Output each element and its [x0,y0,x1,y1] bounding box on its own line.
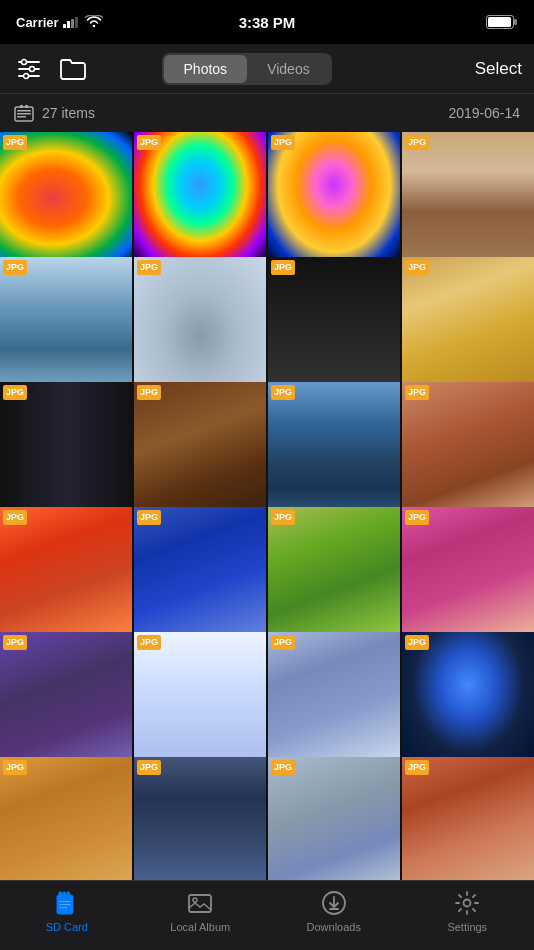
grid-cell[interactable]: JPG [268,757,400,880]
grid-cell[interactable]: JPG [402,132,534,264]
cell-image [402,132,534,264]
svg-rect-6 [514,19,517,25]
cell-image [0,382,132,514]
grid-cell[interactable]: JPG [134,132,266,264]
cell-image [402,632,534,764]
svg-point-27 [193,898,197,902]
grid-cell[interactable]: JPG [134,507,266,639]
tab-local-album-label: Local Album [170,921,230,933]
svg-rect-18 [25,105,28,108]
grid-cell[interactable]: JPG [268,507,400,639]
svg-rect-5 [488,17,511,27]
battery-icon [486,15,518,29]
cell-image [134,507,266,639]
tab-sd-card[interactable]: SD Card [0,889,134,933]
jpg-badge: JPG [405,385,429,400]
svg-rect-20 [59,892,62,897]
svg-point-11 [30,66,35,71]
grid-cell[interactable]: JPG [0,632,132,764]
svg-point-12 [24,73,29,78]
cell-image [134,757,266,880]
jpg-badge: JPG [137,760,161,775]
grid-cell[interactable]: JPG [134,257,266,389]
svg-rect-15 [17,113,31,115]
cell-image [268,757,400,880]
svg-rect-21 [63,892,66,897]
item-count: 27 items [42,105,95,121]
cell-image [402,507,534,639]
sd-card-icon [53,889,81,917]
svg-point-31 [464,900,471,907]
jpg-badge: JPG [271,760,295,775]
cell-image [268,257,400,389]
grid-cell[interactable]: JPG [134,632,266,764]
jpg-badge: JPG [3,385,27,400]
svg-rect-16 [17,116,26,118]
svg-rect-25 [59,907,67,909]
top-nav: Photos Videos Select [0,44,534,94]
grid-cell[interactable]: JPG [268,382,400,514]
time-display: 3:38 PM [239,14,296,31]
tab-local-album[interactable]: Local Album [134,889,268,933]
cell-image [134,257,266,389]
cell-image [134,132,266,264]
carrier-label: Carrier [16,15,59,30]
svg-rect-1 [67,21,70,28]
grid-cell[interactable]: JPG [134,382,266,514]
grid-cell[interactable]: JPG [0,382,132,514]
tab-settings[interactable]: Settings [401,889,535,933]
jpg-badge: JPG [3,510,27,525]
status-bar: Carrier 3:38 PM [0,0,534,44]
settings-icon [453,889,481,917]
jpg-badge: JPG [271,510,295,525]
select-button[interactable]: Select [475,59,522,79]
grid-cell[interactable]: JPG [402,382,534,514]
grid-cell[interactable]: JPG [402,632,534,764]
jpg-badge: JPG [137,385,161,400]
local-album-icon [186,889,214,917]
cell-image [402,382,534,514]
cell-image [0,132,132,264]
grid-cell[interactable]: JPG [402,257,534,389]
cell-image [0,757,132,880]
folder-icon-button[interactable] [56,52,90,86]
grid-cell[interactable]: JPG [268,132,400,264]
segment-control: Photos Videos [162,53,332,85]
jpg-badge: JPG [137,135,161,150]
cell-image [268,507,400,639]
grid-cell[interactable]: JPG [0,132,132,264]
grid-cell[interactable]: JPG [0,257,132,389]
svg-rect-24 [59,904,71,906]
grid-cell[interactable]: JPG [134,757,266,880]
segment-videos[interactable]: Videos [247,55,330,83]
cell-image [0,632,132,764]
filter-icon-button[interactable] [12,52,46,86]
jpg-badge: JPG [405,510,429,525]
grid-cell[interactable]: JPG [402,757,534,880]
jpg-badge: JPG [405,760,429,775]
cell-image [402,257,534,389]
tab-downloads[interactable]: Downloads [267,889,401,933]
svg-point-10 [22,59,27,64]
grid-cell[interactable]: JPG [268,257,400,389]
status-right [486,15,518,29]
tab-bar: SD Card Local Album Downloads [0,880,534,950]
photo-grid: JPGJPGJPGJPGJPGJPGJPGJPGJPGJPGJPGJPGJPGJ… [0,132,534,880]
tab-sd-card-label: SD Card [46,921,88,933]
nav-left-icons [12,52,90,86]
downloads-icon [320,889,348,917]
jpg-badge: JPG [137,510,161,525]
jpg-badge: JPG [405,260,429,275]
grid-cell[interactable]: JPG [402,507,534,639]
wifi-icon [85,15,103,29]
svg-rect-3 [75,17,78,28]
cell-image [402,757,534,880]
cell-image [268,632,400,764]
jpg-badge: JPG [271,260,295,275]
grid-cell[interactable]: JPG [0,507,132,639]
grid-cell[interactable]: JPG [268,632,400,764]
segment-photos[interactable]: Photos [164,55,248,83]
cell-image [268,132,400,264]
grid-cell[interactable]: JPG [0,757,132,880]
svg-rect-23 [59,901,71,903]
